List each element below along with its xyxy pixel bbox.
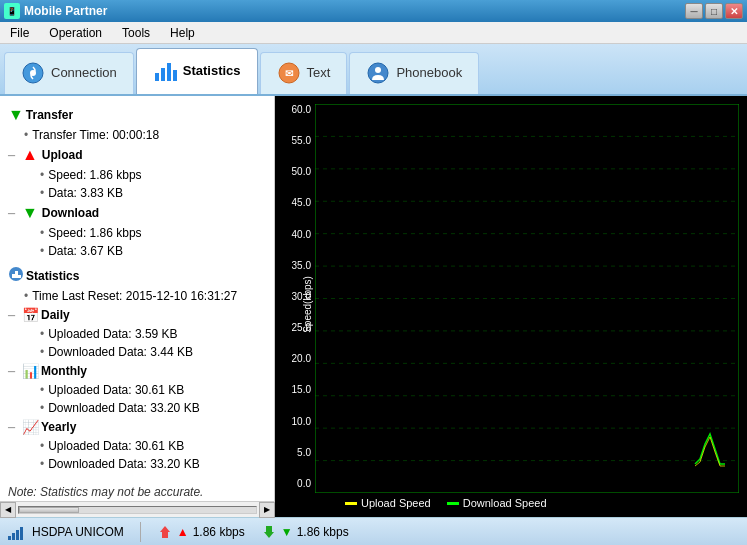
- statistics-section-icon: [8, 266, 24, 282]
- last-reset-row: • Time Last Reset: 2015-12-10 16:31:27: [0, 287, 274, 305]
- upload-speed-color: [345, 502, 357, 505]
- download-status-icon: [261, 524, 277, 540]
- left-panel: ▼ Transfer • Transfer Time: 00:00:18 ─ ▲…: [0, 96, 275, 517]
- upload-data-row: • Data: 3.83 KB: [0, 184, 274, 202]
- svg-rect-29: [266, 526, 272, 532]
- svg-point-9: [375, 67, 381, 73]
- upload-speed-value: Speed: 1.86 kbps: [48, 168, 141, 182]
- download-speed-legend: Download Speed: [447, 497, 547, 509]
- menu-bar: File Operation Tools Help: [0, 22, 747, 44]
- download-speed-status: 1.86 kbps: [297, 525, 349, 539]
- title-bar: 📱 Mobile Partner ─ □ ✕: [0, 0, 747, 22]
- upload-section: ─ ▲ Upload: [0, 144, 274, 166]
- main-content: ▼ Transfer • Transfer Time: 00:00:18 ─ ▲…: [0, 96, 747, 517]
- daily-upload-value: Uploaded Data: 3.59 KB: [48, 327, 177, 341]
- menu-file[interactable]: File: [4, 24, 35, 42]
- upload-status: ▲ 1.86 kbps: [157, 524, 245, 540]
- monthly-upload-row: • Uploaded Data: 30.61 KB: [0, 381, 274, 399]
- network-label: HSDPA UNICOM: [32, 525, 124, 539]
- upload-label: Upload: [42, 148, 83, 162]
- daily-label: Daily: [41, 308, 70, 322]
- statistics-label: Statistics: [26, 269, 79, 283]
- yearly-section: ─ 📈 Yearly: [0, 417, 274, 437]
- tab-connection[interactable]: Connection: [4, 52, 134, 94]
- scroll-left-button[interactable]: ◀: [0, 502, 16, 518]
- svg-rect-24: [12, 533, 15, 540]
- yearly-upload-row: • Uploaded Data: 30.61 KB: [0, 437, 274, 455]
- menu-tools[interactable]: Tools: [116, 24, 156, 42]
- svg-rect-4: [167, 63, 171, 81]
- tab-statistics[interactable]: Statistics: [136, 48, 258, 94]
- svg-rect-2: [155, 73, 159, 81]
- chart-legend: Upload Speed Download Speed: [315, 493, 739, 509]
- download-speed-value: Speed: 1.86 kbps: [48, 226, 141, 240]
- svg-rect-27: [162, 532, 168, 538]
- minimize-button[interactable]: ─: [685, 3, 703, 19]
- y-label-20: 20.0: [283, 353, 311, 364]
- menu-operation[interactable]: Operation: [43, 24, 108, 42]
- transfer-label: Transfer: [26, 108, 73, 122]
- status-bar: HSDPA UNICOM ▲ 1.86 kbps ▼ 1.86 kbps: [0, 517, 747, 545]
- maximize-button[interactable]: □: [705, 3, 723, 19]
- monthly-download-row: • Downloaded Data: 33.20 KB: [0, 399, 274, 417]
- y-label-0: 0.0: [283, 478, 311, 489]
- y-label-60: 60.0: [283, 104, 311, 115]
- tab-phonebook-label: Phonebook: [396, 65, 462, 80]
- monthly-upload-value: Uploaded Data: 30.61 KB: [48, 383, 184, 397]
- y-label-10: 10.0: [283, 416, 311, 427]
- y-label-5: 5.0: [283, 447, 311, 458]
- svg-marker-28: [160, 526, 170, 532]
- yearly-upload-value: Uploaded Data: 30.61 KB: [48, 439, 184, 453]
- last-reset-value: Time Last Reset: 2015-12-10 16:31:27: [32, 289, 237, 303]
- daily-upload-row: • Uploaded Data: 3.59 KB: [0, 325, 274, 343]
- chart-panel: 60.0 55.0 50.0 45.0 40.0 35.0 30.0 25.0 …: [275, 96, 747, 517]
- statistics-section: Statistics: [0, 264, 274, 287]
- svg-rect-25: [16, 530, 19, 540]
- tab-bar: Connection Statistics ✉ Text: [0, 44, 747, 96]
- horizontal-scrollbar[interactable]: [18, 506, 257, 514]
- download-speed-row: • Speed: 1.86 kbps: [0, 224, 274, 242]
- monthly-section: ─ 📊 Monthly: [0, 361, 274, 381]
- svg-marker-30: [264, 532, 274, 538]
- y-label-35: 35.0: [283, 260, 311, 271]
- daily-section: ─ 📅 Daily: [0, 305, 274, 325]
- upload-speed-row: • Speed: 1.86 kbps: [0, 166, 274, 184]
- yearly-download-row: • Downloaded Data: 33.20 KB: [0, 455, 274, 473]
- y-label-55: 55.0: [283, 135, 311, 146]
- y-axis-label: Speed(kbps): [302, 276, 313, 333]
- upload-speed-legend-label: Upload Speed: [361, 497, 431, 509]
- transfer-time-value: Transfer Time: 00:00:18: [32, 128, 159, 142]
- app-icon: 📱: [4, 3, 20, 19]
- monthly-label: Monthly: [41, 364, 87, 378]
- phonebook-tab-icon: [366, 61, 390, 85]
- close-button[interactable]: ✕: [725, 3, 743, 19]
- signal-icon: [8, 524, 28, 540]
- chart-svg: [315, 104, 739, 493]
- svg-point-1: [30, 70, 36, 76]
- yearly-label: Yearly: [41, 420, 76, 434]
- statistics-tab-icon: [153, 59, 177, 83]
- svg-rect-26: [20, 527, 23, 540]
- y-label-50: 50.0: [283, 166, 311, 177]
- tab-text-label: Text: [307, 65, 331, 80]
- upload-status-icon: [157, 524, 173, 540]
- y-label-45: 45.0: [283, 197, 311, 208]
- monthly-download-value: Downloaded Data: 33.20 KB: [48, 401, 199, 415]
- connection-tab-icon: [21, 61, 45, 85]
- download-data-value: Data: 3.67 KB: [48, 244, 123, 258]
- download-speed-color: [447, 502, 459, 505]
- download-data-row: • Data: 3.67 KB: [0, 242, 274, 260]
- daily-download-row: • Downloaded Data: 3.44 KB: [0, 343, 274, 361]
- tab-phonebook[interactable]: Phonebook: [349, 52, 479, 94]
- download-speed-legend-label: Download Speed: [463, 497, 547, 509]
- transfer-time-row: • Transfer Time: 00:00:18: [0, 126, 274, 144]
- transfer-section: ▼ Transfer: [0, 104, 274, 126]
- menu-help[interactable]: Help: [164, 24, 201, 42]
- svg-text:✉: ✉: [285, 68, 294, 79]
- y-label-40: 40.0: [283, 229, 311, 240]
- tab-statistics-label: Statistics: [183, 63, 241, 78]
- tab-text[interactable]: ✉ Text: [260, 52, 348, 94]
- app-title: Mobile Partner: [24, 4, 107, 18]
- daily-download-value: Downloaded Data: 3.44 KB: [48, 345, 193, 359]
- scroll-right-button[interactable]: ▶: [259, 502, 275, 518]
